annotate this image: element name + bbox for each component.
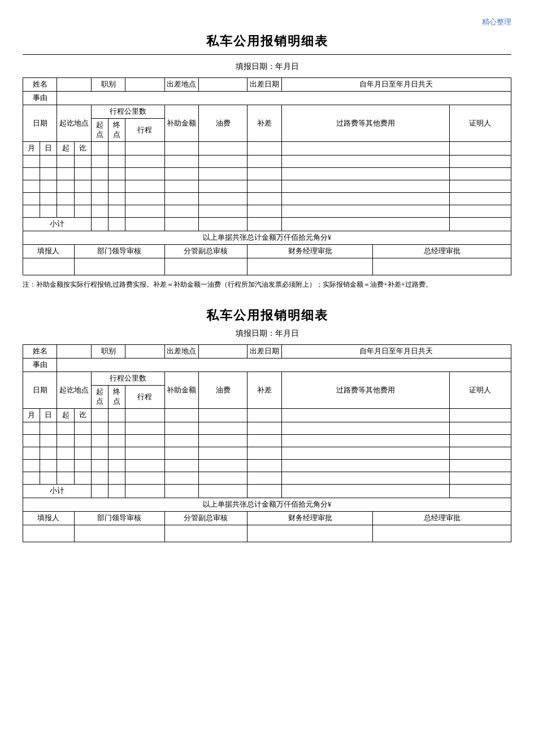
summary-label-2: 以上单据共张总计金额万仟佰拾元角分¥ <box>23 498 511 512</box>
data-row-1-5 <box>23 205 511 218</box>
start-header-2: 起 <box>57 409 74 422</box>
mileage-header-2: 行程公里数 <box>91 372 164 386</box>
data-row-2-2 <box>23 435 511 447</box>
gm-review-label-2: 总经理审批 <box>373 512 511 525</box>
fill-date-value-1: 年月日 <box>275 62 299 71</box>
trip-place-value-1 <box>198 78 247 92</box>
form1-table: 姓名 职别 出差地点 出差日期 自年月日至年月日共天 事由 日期 起讫地点 行程… <box>23 77 511 275</box>
reason-value-1 <box>57 92 511 105</box>
wit-1 <box>449 142 511 155</box>
name-label-1: 姓名 <box>23 78 57 92</box>
data-row-1-2 <box>23 168 511 180</box>
form-section-2: 私车公用报销明细表 填报日期：年月日 姓名 职别 出差地点 出差日期 自年月日至… <box>23 307 511 542</box>
trip-date-value-1: 自年月日至年月日共天 <box>281 78 511 92</box>
trip-header-2: 行程 <box>125 386 164 409</box>
day-header-1: 日 <box>40 142 57 155</box>
oil-1 <box>198 142 247 155</box>
subtotal-row-2: 小计 <box>23 485 511 498</box>
sig-label-row-2: 填报人 部门领导审核 分管副总审核 财务经理审批 总经理审批 <box>23 512 511 525</box>
trip-place-value-2 <box>198 345 247 358</box>
end-header-2: 讫 <box>74 409 91 422</box>
diff-1 <box>248 142 281 155</box>
trip-place-label-2: 出差地点 <box>164 345 198 358</box>
month-header-2: 月 <box>23 409 40 422</box>
data-row-2-1 <box>23 422 511 435</box>
start-end-header-1: 起讫地点 <box>57 105 91 142</box>
tp-1 <box>125 142 164 155</box>
subtotal-row-1: 小计 <box>23 218 511 231</box>
note-text: 注：补助金额按实际行程报销,过路费实报。补差＝补助金额一油费（行程所加汽油发票必… <box>23 279 511 290</box>
data-row-1-3 <box>23 180 511 193</box>
summary-row-1: 以上单据共张总计金额万仟佰拾元角分¥ <box>23 231 511 245</box>
col-subheader-row-2: 月 日 起 讫 <box>23 409 511 422</box>
form-title-1: 私车公用报销明细表 <box>23 33 511 50</box>
header-row-2: 姓名 职别 出差地点 出差日期 自年月日至年月日共天 <box>23 345 511 358</box>
watermark: 精心整理 <box>23 17 511 27</box>
trip-date-value-2: 自年月日至年月日共天 <box>281 345 511 358</box>
position-label-1: 职别 <box>91 78 125 92</box>
diff-header-1: 补差 <box>248 105 281 142</box>
filler-label-2: 填报人 <box>23 512 75 525</box>
sig-value-row-2 <box>23 525 511 542</box>
finance-review-label-1: 财务经理审批 <box>248 245 373 258</box>
fill-date-label-1: 填报日期： <box>236 62 275 71</box>
diff-header-2: 补差 <box>248 372 281 409</box>
fill-date-2: 填报日期：年月日 <box>23 329 511 339</box>
reason-row-1: 事由 <box>23 92 511 105</box>
position-label-2: 职别 <box>91 345 125 358</box>
form-title-2: 私车公用报销明细表 <box>23 307 511 324</box>
name-value-2 <box>57 345 91 358</box>
dept-review-label-2: 部门领导审核 <box>74 512 164 525</box>
sp-1 <box>91 142 108 155</box>
subtotal-label-2: 小计 <box>23 485 92 498</box>
reason-label-2: 事由 <box>23 358 57 372</box>
reason-value-2 <box>57 358 511 372</box>
position-value-1 <box>125 78 164 92</box>
fuel-header-1: 油费 <box>198 105 247 142</box>
data-row-1-1 <box>23 155 511 168</box>
subtotal-label-1: 小计 <box>23 218 92 231</box>
tolls-header-2: 过路费等其他费用 <box>281 372 449 409</box>
start-point-header-1: 起点 <box>91 119 108 142</box>
trip-header-1: 行程 <box>125 119 164 142</box>
tolls-header-1: 过路费等其他费用 <box>281 105 449 142</box>
gm-review-label-1: 总经理审批 <box>373 245 511 258</box>
dept-review-label-1: 部门领导审核 <box>74 245 164 258</box>
fill-date-label-2: 填报日期： <box>236 329 275 338</box>
reason-label-1: 事由 <box>23 92 57 105</box>
col-header-row1-2: 日期 起讫地点 行程公里数 补助金额 油费 补差 过路费等其他费用 证明人 <box>23 372 511 386</box>
filler-label-1: 填报人 <box>23 245 75 258</box>
sig-label-row-1: 填报人 部门领导审核 分管副总审核 财务经理审批 总经理审批 <box>23 245 511 258</box>
trip-date-label-1: 出差日期 <box>248 78 281 92</box>
position-value-2 <box>125 345 164 358</box>
date-header-1: 日期 <box>23 105 57 142</box>
name-label-2: 姓名 <box>23 345 57 358</box>
ep-1 <box>108 142 125 155</box>
data-row-2-4 <box>23 460 511 472</box>
data-row-2-3 <box>23 447 511 460</box>
col-subheader-row-1: 月 日 起 讫 <box>23 142 511 155</box>
date-header-2: 日期 <box>23 372 57 409</box>
deputy-review-label-2: 分管副总审核 <box>164 512 248 525</box>
month-header-1: 月 <box>23 142 40 155</box>
end-point-header-2: 终点 <box>108 386 125 409</box>
fuel-header-2: 油费 <box>198 372 247 409</box>
end-header-1: 讫 <box>74 142 91 155</box>
subsidy-header-1: 补助金额 <box>164 105 198 142</box>
fill-date-value-2: 年月日 <box>275 329 299 338</box>
deputy-review-label-1: 分管副总审核 <box>164 245 248 258</box>
form-section-1: 私车公用报销明细表 填报日期：年月日 姓名 职别 出差地点 出差日期 自年月日至… <box>23 33 511 290</box>
sig-value-row-1 <box>23 258 511 275</box>
trip-date-label-2: 出差日期 <box>248 345 281 358</box>
day-header-2: 日 <box>40 409 57 422</box>
summary-label-1: 以上单据共张总计金额万仟佰拾元角分¥ <box>23 231 511 245</box>
summary-row-2: 以上单据共张总计金额万仟佰拾元角分¥ <box>23 498 511 512</box>
start-end-header-2: 起讫地点 <box>57 372 91 409</box>
end-point-header-1: 终点 <box>108 119 125 142</box>
start-point-header-2: 起点 <box>91 386 108 409</box>
col-header-row1-1: 日期 起讫地点 行程公里数 补助金额 油费 补差 过路费等其他费用 证明人 <box>23 105 511 119</box>
finance-review-label-2: 财务经理审批 <box>248 512 373 525</box>
witness-header-2: 证明人 <box>449 372 511 409</box>
mileage-header-1: 行程公里数 <box>91 105 164 119</box>
header-row-1: 姓名 职别 出差地点 出差日期 自年月日至年月日共天 <box>23 78 511 92</box>
